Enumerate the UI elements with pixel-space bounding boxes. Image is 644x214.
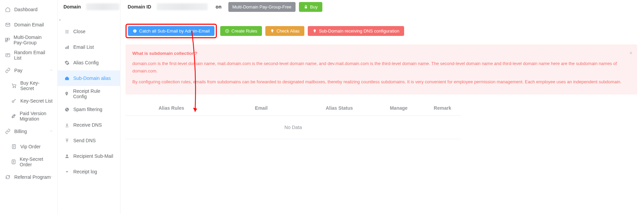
chevron-up-icon [49,68,53,73]
mid-label: Receipt Rule Config [73,88,114,99]
key-icon [11,98,17,104]
mid-label: Sub-Domain alias [73,76,111,81]
alert-paragraph: domain.com is the first-level domain nam… [132,60,630,75]
plan-badge: Multi-Domain Pay-Group-Free [228,2,296,12]
nav-dashboard[interactable]: Dashboard [0,2,57,17]
nav-label: Vip Order [20,144,41,149]
mid-label: Recipient Sub-Mail [73,153,113,159]
button-label: Catch all Sub-Email by Admin-Email [139,28,210,34]
catch-all-button[interactable]: Catch all Sub-Email by Admin-Email [128,26,214,36]
nav-vip-order[interactable]: Vip Order [0,139,57,154]
nav-buy-key-secret[interactable]: Buy Key-Secret [0,78,57,93]
home-icon [5,6,11,13]
mail-icon [5,22,11,28]
bulb-icon [312,29,317,33]
user-icon [64,153,70,159]
alert-paragraph: By configuring collection rules, emails … [132,78,630,86]
mid-spam-filtering[interactable]: Spam filtering [58,102,120,117]
nav-label: Billing [14,129,27,134]
mid-receive-dns[interactable]: Receive DNS [58,117,120,133]
nav-paid-version-migration[interactable]: Paid Version Migration [0,108,57,124]
mid-label: Alias Config [73,60,99,65]
col-alias-rules: Alias Rules [126,105,217,111]
buy-button[interactable]: Buy [299,2,322,12]
check-alias-button[interactable]: Check Alias [265,26,304,36]
bar-chart-icon [64,44,70,50]
nav-billing[interactable]: Billing [0,124,57,139]
mid-email-list[interactable]: Email List [58,39,120,55]
nav-label: Key-Secret Order [20,156,53,167]
lock-icon [304,5,308,9]
info-alert: × What is subdomain collection? domain.c… [126,44,637,94]
svg-point-7 [12,101,14,102]
button-label: Sub-Domain receiving DNS configuration [319,28,399,34]
mid-recipient-sub-mail[interactable]: Recipient Sub-Mail [58,148,120,164]
create-rules-button[interactable]: Create Rules [220,26,262,36]
rules-table: Alias Rules Email Alias Status Manage Re… [126,101,461,139]
nav-label: Buy Key-Secret [20,80,53,91]
link-icon [5,67,11,73]
collapse-left-icon[interactable] [57,18,62,22]
chevron-up-icon [49,129,53,134]
mid-receipt-log[interactable]: Receipt log [58,164,120,179]
nav-label: Random Email List [14,50,53,61]
left-sidebar: Dashboard Domain Email Multi-Domain Pay-… [0,0,58,214]
order-icon [11,144,17,150]
toolbox-icon [64,75,70,81]
svg-rect-11 [67,46,68,49]
nav-label: Pay [14,68,22,73]
mid-label: Close [73,29,86,34]
button-label: Check Alias [277,28,300,34]
order-icon [11,159,16,165]
svg-rect-13 [65,78,69,80]
pin-icon [64,91,70,97]
filter-icon [64,106,70,112]
mid-alias-config[interactable]: Alias Config [58,55,120,70]
chevron-down-icon [49,174,53,180]
nav-pay[interactable]: Pay [0,63,57,78]
domain-value-redacted [86,3,119,10]
mid-label: Receive DNS [73,122,102,128]
mid-receipt-rule-config[interactable]: Receipt Rule Config [58,86,120,102]
close-icon[interactable]: × [629,48,632,58]
refresh-icon [5,174,11,180]
mid-label: Send DNS [73,138,96,143]
nav-label: Key-Secret List [20,98,53,104]
nav-referral-program[interactable]: Referral Program [0,169,57,185]
domain-id-label: Domain ID [128,4,151,9]
nav-label: Multi-Domain Pay-Group [14,35,53,45]
col-email: Email [217,105,305,111]
info-icon [133,29,137,33]
menu-icon [64,28,70,35]
mid-label: Receipt log [73,169,97,174]
mid-label: Email List [73,44,94,50]
annotation-highlight: Catch all Sub-Email by Admin-Email [126,24,217,38]
nav-key-secret-order[interactable]: Key-Secret Order [0,154,57,169]
caret-down-icon [64,169,70,175]
list-icon [5,52,11,58]
mid-sub-domain-alias[interactable]: Sub-Domain alias [58,70,120,86]
svg-point-15 [66,154,68,156]
col-manage: Manage [373,105,424,111]
svg-rect-19 [135,30,135,30]
gear-icon [64,60,70,66]
mid-send-dns[interactable]: Send DNS [58,133,120,148]
plus-circle-icon [225,29,229,33]
nav-random-email-list[interactable]: Random Email List [0,47,57,63]
mid-close[interactable]: Close [58,24,120,39]
cart-icon [11,83,17,89]
svg-rect-18 [135,30,135,32]
table-empty: No Data [126,116,461,139]
nav-label: Referral Program [14,174,51,180]
mid-label: Spam filtering [73,107,102,112]
nav-domain-email[interactable]: Domain Email [0,17,57,32]
nav-key-secret-list[interactable]: Key-Secret List [0,93,57,108]
domain-label: Domain [63,4,81,9]
nav-multi-domain-pay-group[interactable]: Multi-Domain Pay-Group [0,32,57,47]
group-icon [5,37,10,43]
billing-icon [5,128,11,134]
svg-rect-3 [5,40,7,42]
dns-config-button[interactable]: Sub-Domain receiving DNS configuration [308,26,404,36]
download-icon [64,122,70,128]
action-row: Catch all Sub-Email by Admin-Email Creat… [126,24,644,38]
